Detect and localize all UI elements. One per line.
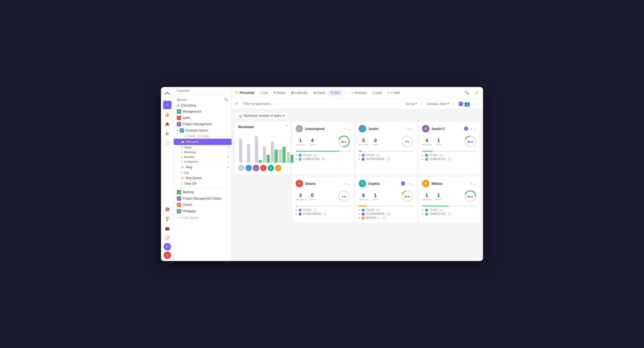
shane-inprogress[interactable]: ▶ IN PROGRESS (1) (296, 212, 350, 215)
shane-todo[interactable]: ▶ TO DO (2) (296, 209, 350, 211)
shane-not-done-label: Not done (296, 198, 305, 201)
nav-dashboard-icon[interactable]: ▦ (163, 129, 172, 138)
chart-avatars: ? J JC S S W (238, 165, 287, 171)
sidebar-item-personal[interactable]: 📁 Personal ··· + (174, 139, 231, 145)
nav-briefcase-icon[interactable]: 💼 (163, 224, 172, 233)
unassigned-done-label: Done (310, 143, 315, 146)
sidebar-list[interactable]: List (180, 170, 231, 175)
tab-gantt[interactable]: ▤ Gantt (311, 90, 328, 96)
nav-tasks-icon[interactable]: ✓ (163, 101, 172, 109)
sidebar-item-management[interactable]: M Management (174, 108, 231, 115)
tab-chat[interactable]: # Chat (370, 90, 385, 96)
subtasks-button[interactable]: Subtasks: Hide ▾ (425, 101, 451, 106)
shane-actions[interactable]: + ⌄ (344, 181, 350, 186)
willow-donut-text: 50 % (468, 195, 473, 198)
sidebar-tasks[interactable]: Tasks 9 (180, 145, 231, 150)
workload-close-button[interactable]: ✕ (286, 124, 288, 128)
shane-inprogress-arrow: ▶ (296, 213, 297, 215)
unassigned-completed[interactable]: ▶ COMPLETED (4) (296, 158, 350, 161)
willow-todo[interactable]: ▶ TO DO (1) (422, 209, 477, 211)
blog-add[interactable]: + (227, 165, 229, 169)
sort-by-button[interactable]: Sort by ▾ (403, 101, 419, 106)
willow-actions[interactable]: + ⌄ (470, 181, 477, 186)
justin-header: J Justin + ⌄ (359, 125, 413, 132)
avatar-ec[interactable]: EC (164, 243, 171, 250)
justin-inprogress[interactable]: ▶ IN PROGRESS (2) (359, 158, 413, 161)
tab-calendar[interactable]: ▦ Calendar (288, 90, 310, 96)
justin-done: 0 Done (373, 138, 378, 146)
filter-more-button[interactable]: ··· (474, 101, 480, 106)
bolt-button[interactable]: ⚡ (472, 89, 480, 96)
me-button[interactable]: Me 👥 (456, 100, 472, 108)
card-justin: J Justin + ⌄ 5 Not done 0 Done (356, 122, 416, 175)
sidebar-item-sales[interactable]: S Sales (174, 115, 231, 121)
sophia-inprogress[interactable]: ▶ IN PROGRESS (2) (359, 212, 413, 215)
docs-meta[interactable]: 📄 2 Docs (183, 135, 195, 138)
sidebar-item-blog[interactable]: 📁 Blog ··· + (174, 164, 231, 170)
sidebar-customers[interactable]: Customers 1 (180, 159, 231, 164)
shane-name: Shane (305, 182, 342, 186)
box-tab-more[interactable]: ··· (343, 90, 349, 96)
sidebar-search-icon[interactable]: 🔍 (224, 98, 228, 101)
sophia-todo-color (362, 209, 364, 211)
sophia-review[interactable]: ▶ REVIEW ⊘ (1) (359, 216, 413, 219)
nav-target-icon[interactable]: 🎯 (163, 205, 172, 214)
sidebar-item-bug-queue[interactable]: 📁 Bug Queue (174, 175, 231, 181)
willow-todo-color (425, 209, 428, 211)
sidebar-item-project-mgmt[interactable]: P Project Management (174, 121, 231, 127)
sidebar-item-meeting[interactable]: M Meeting (174, 189, 231, 195)
meeting-label: Meeting (183, 190, 229, 194)
nav-note-icon[interactable]: 📝 (163, 234, 172, 242)
chats-meta[interactable]: # 2 Chats (197, 135, 209, 138)
search-button[interactable]: 🔍 (463, 89, 470, 96)
justinc-header: JC Justin C 1 + ⌄ (422, 125, 477, 132)
justinc-avatar: JC (422, 125, 429, 132)
personal-add[interactable]: + (227, 140, 229, 144)
add-view-button[interactable]: + + View (385, 90, 402, 96)
tab-board[interactable]: ⊞ Board (271, 90, 288, 96)
tab-list[interactable]: ≡ List (257, 90, 270, 96)
add-space[interactable]: + + Add Space (174, 214, 231, 221)
workload-dropdown[interactable]: 📊 Workload: number of tasks ▾ (235, 112, 288, 119)
personal-children: Tasks 9 Meetings 7 Booklist 4 Customers … (174, 145, 231, 164)
sidebar-item-mortgage[interactable]: M Mortgage (174, 208, 231, 214)
justinc-actions[interactable]: + ⌄ (470, 127, 477, 131)
sidebar-item-everything[interactable]: ⊞ Everything (174, 103, 231, 108)
unassigned-todo[interactable]: ▶ TO DO (1) (296, 154, 350, 157)
sidebar-item-time-off[interactable]: Time Off (174, 181, 231, 187)
willow-completed[interactable]: ▶ COMPLETED (1) (422, 212, 477, 215)
willow-progress-fill (422, 206, 449, 206)
justin-inprogress-arrow: ▶ (359, 158, 360, 160)
workload-chart-card: Workload ✕ (235, 122, 290, 175)
bar-group-3 (255, 136, 262, 163)
filter-input[interactable] (243, 102, 401, 106)
tab-box[interactable]: ⊟ Box (328, 90, 342, 96)
app-logo[interactable] (163, 89, 172, 98)
nav-inbox-icon[interactable]: 📥 (163, 120, 172, 128)
tab-overdue[interactable]: ○ Overdue (349, 90, 370, 96)
justin-actions[interactable]: + ⌄ (407, 127, 414, 131)
filter-icon[interactable]: ▼ (235, 102, 238, 106)
bar-gray-7 (287, 152, 290, 163)
sidebar-item-pm-styles[interactable]: P Project Management Styles (174, 195, 231, 202)
bar-gray-6 (279, 149, 282, 163)
nav-bell-icon[interactable]: 🔔 (163, 110, 172, 119)
card-unassigned: ? Unassigned + ⌄ 1 Not done 4 Done (292, 122, 353, 175)
filter-sep-3: | (453, 101, 454, 106)
nav-doc-icon[interactable]: 📄 (163, 139, 172, 147)
sidebar-meetings[interactable]: Meetings 7 (180, 150, 231, 154)
shane-todo-arrow: ▶ (296, 209, 297, 211)
avatar-d[interactable]: D (164, 252, 171, 259)
justinc-todo[interactable]: ▶ TO DO (4) (422, 154, 477, 157)
justin-todo[interactable]: ▶ TO DO (3) (359, 154, 413, 157)
justinc-completed[interactable]: ▶ COMPLETED (1) (422, 158, 477, 161)
sophia-todo[interactable]: ▶ TO DO (4) (359, 209, 413, 211)
sophia-actions[interactable]: + ⌄ (407, 181, 414, 186)
justinc-done: 1 Done (436, 138, 442, 146)
unassigned-actions[interactable]: + ⌄ (344, 127, 350, 131)
justinc-done-label: Done (436, 143, 442, 146)
sidebar-item-clients[interactable]: C Clients (174, 202, 231, 208)
sidebar-booklist[interactable]: Booklist 4 (180, 154, 231, 159)
sidebar-item-example-space[interactable]: ▾ E Example Space (174, 127, 231, 134)
nav-trophy-icon[interactable]: 🏆 (163, 215, 172, 223)
